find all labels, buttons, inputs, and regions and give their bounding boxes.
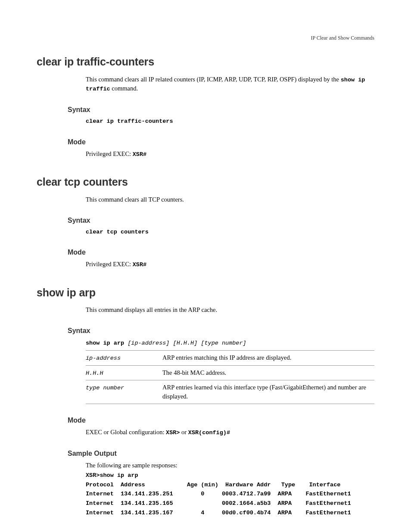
mode-text: EXEC or Global configuration: XSR> or XS… [86,428,374,437]
param-desc: The 48-bit MAC address. [162,365,374,380]
page-header: IP Clear and Show Commands [37,34,374,42]
sample-intro: The following are sample responses: [86,461,374,470]
mode-pre: Privileged EXEC: [86,150,133,157]
desc-text: command. [110,85,138,92]
mode-code: XSR(config)# [188,429,230,436]
param-name: H.H.H [86,370,103,376]
cmd-desc: This command clears all TCP counters. [86,195,374,204]
cmd-title-clear-tcp: clear tcp counters [37,174,374,190]
cmd-title-show-ip-arp: show ip arp [37,285,374,300]
mode-text: Privileged EXEC: XSR# [86,260,374,269]
table-row: H.H.H The 48-bit MAC address. [86,365,374,380]
mode-code: XSR# [133,151,146,158]
table-row: type number ARP entries learned via this… [86,380,374,404]
mode-code: XSR# [133,261,146,268]
desc-text: This command clears all IP related count… [86,76,341,83]
mode-pre: Privileged EXEC: [86,261,133,268]
sample-output-block: XSR>show ip arp Protocol Address Age (mi… [86,471,374,517]
syntax-heading: Syntax [68,105,374,115]
sample-output-heading: Sample Output [68,448,374,458]
param-desc: ARP entries learned via this interface t… [162,380,374,404]
param-desc: ARP entries matching this IP address are… [162,351,374,366]
table-row: ip-address ARP entries matching this IP … [86,351,374,366]
param-name: ip-address [86,355,121,361]
cmd-desc: This command displays all entries in the… [86,305,374,314]
mode-mid: or [180,429,188,436]
syntax-code: clear ip traffic-counters [86,117,374,126]
mode-text: Privileged EXEC: XSR# [86,149,374,159]
syntax-cmd: show ip arp [86,340,128,346]
syntax-line: show ip arp [ip-address] [H.H.H] [type n… [86,338,374,348]
syntax-code: clear tcp counters [86,228,374,236]
param-name: type number [86,385,124,391]
syntax-args: [ip-address] [H.H.H] [type number] [128,340,246,346]
mode-pre: EXEC or Global configuration: [86,429,166,436]
mode-heading: Mode [68,137,374,147]
mode-heading: Mode [68,415,374,425]
syntax-heading: Syntax [68,215,374,225]
cmd-desc: This command clears all IP related count… [86,75,374,93]
mode-code: XSR> [166,429,180,436]
param-table: ip-address ARP entries matching this IP … [86,350,374,404]
syntax-heading: Syntax [68,326,374,336]
cmd-title-clear-ip-traffic: clear ip traffic-counters [37,54,374,69]
mode-heading: Mode [68,247,374,257]
